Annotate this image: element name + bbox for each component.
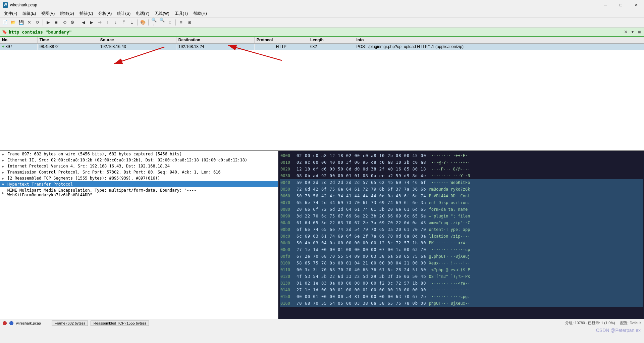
status-filename: wireshark.pcap bbox=[16, 321, 41, 325]
col-destination[interactable]: Destination bbox=[176, 37, 254, 43]
detail-text: Ethernet II, Src: 02:00:c0:a8:10:2b (02:… bbox=[7, 158, 247, 162]
close-button[interactable]: ✕ bbox=[629, 0, 644, 10]
hex-row[interactable]: 00f067 2e 70 68 70 55 54 09 00 03 38 6a … bbox=[280, 253, 643, 260]
hex-row[interactable]: 011000 3c 3f 70 68 70 20 40 65 76 61 6c … bbox=[280, 266, 643, 273]
menu-file[interactable]: 文件(F) bbox=[1, 10, 20, 17]
detail-row-tcp_segments[interactable]: ▶[2 Reassembled TCP Segments (1555 bytes… bbox=[0, 175, 278, 181]
table-row[interactable]: + 89798.458872192.168.16.43192.168.18.24… bbox=[0, 43, 644, 50]
filter-arrow-button[interactable]: ▼ bbox=[629, 29, 636, 35]
detail-row-ip[interactable]: ▶Internet Protocol Version 4, Src: 192.1… bbox=[0, 163, 278, 169]
hex-row[interactable]: 016070 68 70 55 54 05 00 03 38 6a 58 65 … bbox=[280, 300, 643, 307]
close-capture-button[interactable]: ✕ bbox=[25, 19, 33, 26]
hex-row[interactable]: 00c06c 69 63 61 74 69 6f 6e 2f 7a 69 70 … bbox=[280, 233, 643, 240]
menu-stats[interactable]: 统计(S) bbox=[114, 10, 133, 17]
resize-columns-button[interactable]: ≡ bbox=[177, 19, 185, 26]
menu-edit[interactable]: 编辑(E) bbox=[20, 10, 39, 17]
menu-tools[interactable]: 工具(T) bbox=[172, 10, 191, 17]
status-left: wireshark.pcap bbox=[3, 321, 41, 325]
new-button[interactable]: 📄 bbox=[1, 19, 9, 26]
detail-row-mime[interactable]: ▶MIME Multipart Media Encapsulation, Typ… bbox=[0, 187, 278, 198]
hex-ascii: ame="cpg .zip"··C bbox=[429, 220, 470, 226]
hex-bytes: 3d 22 70 6c 75 67 69 6e 22 3b 20 66 69 6… bbox=[297, 213, 426, 219]
hex-bytes: 00 3c 3f 70 68 70 20 40 65 76 61 6c 28 2… bbox=[297, 267, 426, 273]
hex-row[interactable]: 014027 1e 1d 00 00 01 00 00 01 00 00 00 … bbox=[280, 287, 643, 293]
menu-capture[interactable]: 捕获(C) bbox=[77, 10, 96, 17]
status-indicator-red bbox=[3, 321, 7, 325]
back-button[interactable]: ◀ bbox=[80, 19, 87, 26]
capture-stop-button[interactable]: ■ bbox=[53, 19, 60, 26]
last-button[interactable]: ⤓ bbox=[128, 19, 136, 26]
menu-phone[interactable]: 电话(Y) bbox=[133, 10, 152, 17]
capture-options-button[interactable]: ⚙ bbox=[69, 19, 76, 26]
hex-offset: 0010 bbox=[280, 159, 294, 165]
prev-button[interactable]: ↑ bbox=[104, 19, 111, 26]
menu-help[interactable]: 帮助(H) bbox=[191, 10, 210, 17]
first-button[interactable]: ⤒ bbox=[120, 19, 127, 26]
hex-row[interactable]: 01204f 53 54 5b 22 6d 33 22 5d 29 3b 3f … bbox=[280, 273, 643, 280]
goto-button[interactable]: ⇒ bbox=[96, 19, 103, 26]
hex-row[interactable]: 00b06f 6e 74 65 6e 74 2d 54 79 70 65 3a … bbox=[280, 226, 643, 233]
hex-ascii: ········ ····cpg. bbox=[429, 294, 470, 300]
hex-ascii: form-da ta; name bbox=[429, 206, 468, 212]
hex-row[interactable]: 015000 00 01 00 00 00 a4 81 00 00 00 00 … bbox=[280, 293, 643, 300]
filter-clear-button[interactable]: ✕ bbox=[623, 29, 629, 35]
col-no[interactable]: No. bbox=[0, 37, 37, 43]
col-info[interactable]: Info bbox=[354, 37, 644, 43]
hex-row[interactable]: 008020 66 6f 72 6d 2d 64 61 74 61 3b 20 … bbox=[280, 206, 643, 213]
hex-offset: 0030 bbox=[280, 173, 294, 179]
hex-offset: 00d0 bbox=[280, 240, 294, 246]
zoom-in-button[interactable]: 🔍+ bbox=[150, 19, 158, 26]
hex-ascii: ·····P··· 8/@···· bbox=[429, 166, 470, 172]
hex-row[interactable]: 002012 18 df d6 00 50 8d d0 0d 38 2f 40 … bbox=[280, 166, 643, 173]
detail-row-ethernet[interactable]: ▶Ethernet II, Src: 02:00:c0:a8:10:2b (02… bbox=[0, 157, 278, 163]
hex-bytes: 01 02 1e 03 0a 00 00 00 00 00 f2 3c 72 5… bbox=[297, 280, 426, 286]
menu-analyze[interactable]: 分析(A) bbox=[96, 10, 114, 17]
col-protocol[interactable]: Protocol bbox=[254, 37, 308, 43]
detail-row-tcp[interactable]: ▶Transmission Control Protocol, Src Port… bbox=[0, 169, 278, 175]
menu-jump[interactable]: 跳转(G) bbox=[57, 10, 76, 17]
col-length[interactable]: Length bbox=[308, 37, 354, 43]
fwd-button[interactable]: ▶ bbox=[88, 19, 95, 26]
hex-ascii: g.phpUT· ··8jXeuj bbox=[429, 253, 470, 259]
col-time[interactable]: Time bbox=[37, 37, 98, 43]
detail-row-http[interactable]: ▼Hypertext Transfer Protocol bbox=[0, 181, 278, 187]
colorize-button[interactable]: 🎨 bbox=[139, 19, 147, 26]
hex-row[interactable]: 006050 73 56 42 4c 34 41 44 44 44 0d 0a … bbox=[280, 193, 643, 199]
hex-row[interactable]: 001002 9c 00 00 40 00 3f 06 95 c8 c0 a8 … bbox=[280, 159, 643, 166]
next-button[interactable]: ↓ bbox=[112, 19, 119, 26]
filter-input[interactable] bbox=[9, 28, 623, 36]
hex-bytes: 58 65 75 78 0b 00 01 04 21 00 00 00 04 2… bbox=[297, 260, 426, 266]
hex-row[interactable]: 00e027 1e 1d 00 00 01 00 00 00 00 07 00 … bbox=[280, 246, 643, 253]
hex-ascii: ········ ···<rW·· bbox=[429, 280, 470, 286]
menu-view[interactable]: 视图(V) bbox=[39, 10, 57, 17]
reload-button[interactable]: ↺ bbox=[34, 19, 41, 26]
capture-start-button[interactable]: ▶ bbox=[45, 19, 52, 26]
expand-icon: ▶ bbox=[2, 177, 6, 180]
status-tab-frame[interactable]: Frame (682 bytes) bbox=[52, 321, 88, 326]
hex-row[interactable]: 003008 0b ad 92 00 00 01 01 08 0a ee a2 … bbox=[280, 173, 643, 179]
filter-expr-button[interactable]: ⊞ bbox=[185, 19, 193, 26]
hex-row[interactable]: 0040a9 09 2d 2d 2d 2d 2d 2d 57 65 62 4b … bbox=[280, 179, 643, 186]
hex-row[interactable]: 007065 6e 74 2d 44 69 73 70 6f 73 69 74 … bbox=[280, 199, 643, 206]
hex-row[interactable]: 010058 65 75 78 0b 00 01 04 21 00 00 00 … bbox=[280, 260, 643, 266]
zoom-reset-button[interactable]: ○ bbox=[166, 19, 174, 26]
hex-row[interactable]: 013001 02 1e 03 0a 00 00 00 00 00 f2 3c … bbox=[280, 280, 643, 287]
save-button[interactable]: 💾 bbox=[17, 19, 25, 26]
hex-row[interactable]: 00d050 4b 03 04 0a 00 00 00 00 00 f2 3c … bbox=[280, 240, 643, 246]
hex-offset: 0120 bbox=[280, 274, 294, 280]
minimize-button[interactable]: ─ bbox=[598, 0, 613, 10]
status-tab-tcp[interactable]: Reassembled TCP (1555 bytes) bbox=[91, 321, 149, 326]
capture-restart-button[interactable]: ⟲ bbox=[61, 19, 68, 26]
hex-row[interactable]: 005072 6d 42 6f 75 6e 64 61 72 79 6b 6f … bbox=[280, 186, 643, 193]
open-button[interactable]: 📂 bbox=[9, 19, 17, 26]
hex-row[interactable]: 00a061 6d 65 3d 22 63 70 67 2e 7a 69 70 … bbox=[280, 219, 643, 226]
menu-wireless[interactable]: 无线(W) bbox=[152, 10, 172, 17]
maximize-button[interactable]: □ bbox=[613, 0, 629, 10]
zoom-out-button[interactable]: 🔍− bbox=[158, 19, 166, 26]
hex-row[interactable]: 00903d 22 70 6c 75 67 69 6e 22 3b 20 66 … bbox=[280, 213, 643, 219]
filter-expand-button[interactable]: ⊞ bbox=[636, 29, 643, 35]
detail-row-frame[interactable]: ▶Frame 897: 682 bytes on wire (5456 bits… bbox=[0, 151, 278, 157]
hex-bytes: 02 00 c0 a8 12 18 02 00 c0 a8 10 2b 08 0… bbox=[297, 153, 426, 159]
col-source[interactable]: Source bbox=[98, 37, 176, 43]
hex-row[interactable]: 000002 00 c0 a8 12 18 02 00 c0 a8 10 2b … bbox=[280, 152, 643, 159]
